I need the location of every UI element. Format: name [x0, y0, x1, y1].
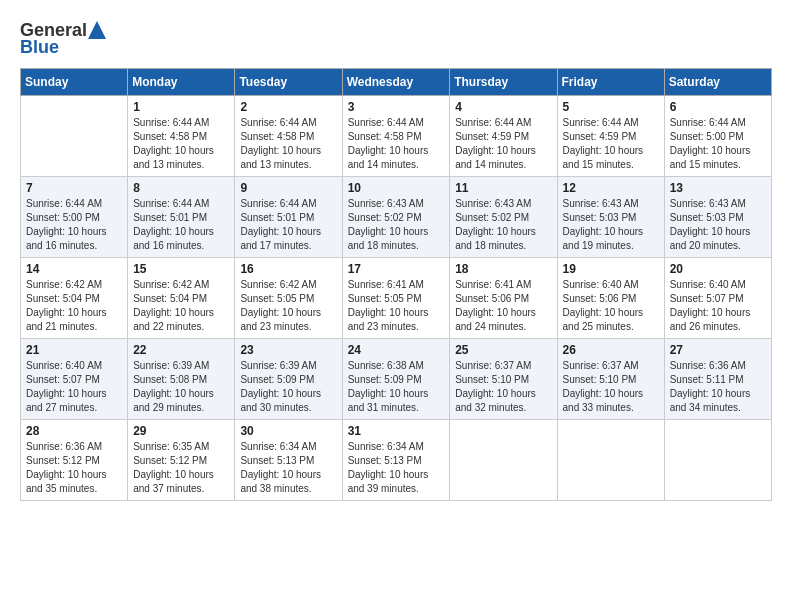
calendar-cell: 8Sunrise: 6:44 AMSunset: 5:01 PMDaylight… — [128, 177, 235, 258]
day-number: 14 — [26, 262, 122, 276]
day-number: 24 — [348, 343, 445, 357]
calendar-cell: 28Sunrise: 6:36 AMSunset: 5:12 PMDayligh… — [21, 420, 128, 501]
day-info: Sunrise: 6:40 AMSunset: 5:07 PMDaylight:… — [26, 359, 122, 415]
day-info: Sunrise: 6:41 AMSunset: 5:05 PMDaylight:… — [348, 278, 445, 334]
day-number: 16 — [240, 262, 336, 276]
calendar-cell: 22Sunrise: 6:39 AMSunset: 5:08 PMDayligh… — [128, 339, 235, 420]
day-info: Sunrise: 6:40 AMSunset: 5:07 PMDaylight:… — [670, 278, 766, 334]
day-info: Sunrise: 6:44 AMSunset: 5:00 PMDaylight:… — [670, 116, 766, 172]
day-info: Sunrise: 6:43 AMSunset: 5:02 PMDaylight:… — [455, 197, 551, 253]
day-number: 17 — [348, 262, 445, 276]
calendar-cell — [664, 420, 771, 501]
day-number: 28 — [26, 424, 122, 438]
day-number: 10 — [348, 181, 445, 195]
header-tuesday: Tuesday — [235, 69, 342, 96]
day-number: 13 — [670, 181, 766, 195]
day-info: Sunrise: 6:34 AMSunset: 5:13 PMDaylight:… — [240, 440, 336, 496]
day-info: Sunrise: 6:41 AMSunset: 5:06 PMDaylight:… — [455, 278, 551, 334]
day-number: 27 — [670, 343, 766, 357]
logo-icon — [88, 21, 106, 41]
calendar-cell: 31Sunrise: 6:34 AMSunset: 5:13 PMDayligh… — [342, 420, 450, 501]
day-number: 9 — [240, 181, 336, 195]
calendar-cell: 3Sunrise: 6:44 AMSunset: 4:58 PMDaylight… — [342, 96, 450, 177]
day-number: 21 — [26, 343, 122, 357]
calendar-cell: 10Sunrise: 6:43 AMSunset: 5:02 PMDayligh… — [342, 177, 450, 258]
day-info: Sunrise: 6:42 AMSunset: 5:04 PMDaylight:… — [133, 278, 229, 334]
day-info: Sunrise: 6:38 AMSunset: 5:09 PMDaylight:… — [348, 359, 445, 415]
day-number: 11 — [455, 181, 551, 195]
day-number: 2 — [240, 100, 336, 114]
day-info: Sunrise: 6:42 AMSunset: 5:05 PMDaylight:… — [240, 278, 336, 334]
day-number: 20 — [670, 262, 766, 276]
calendar-cell: 26Sunrise: 6:37 AMSunset: 5:10 PMDayligh… — [557, 339, 664, 420]
header-friday: Friday — [557, 69, 664, 96]
calendar-header-row: SundayMondayTuesdayWednesdayThursdayFrid… — [21, 69, 772, 96]
calendar-cell: 14Sunrise: 6:42 AMSunset: 5:04 PMDayligh… — [21, 258, 128, 339]
day-info: Sunrise: 6:36 AMSunset: 5:11 PMDaylight:… — [670, 359, 766, 415]
svg-marker-0 — [88, 21, 106, 39]
calendar-cell: 27Sunrise: 6:36 AMSunset: 5:11 PMDayligh… — [664, 339, 771, 420]
calendar-cell: 17Sunrise: 6:41 AMSunset: 5:05 PMDayligh… — [342, 258, 450, 339]
calendar-cell: 20Sunrise: 6:40 AMSunset: 5:07 PMDayligh… — [664, 258, 771, 339]
day-info: Sunrise: 6:44 AMSunset: 4:58 PMDaylight:… — [348, 116, 445, 172]
day-info: Sunrise: 6:40 AMSunset: 5:06 PMDaylight:… — [563, 278, 659, 334]
day-info: Sunrise: 6:43 AMSunset: 5:03 PMDaylight:… — [670, 197, 766, 253]
calendar-week-2: 7Sunrise: 6:44 AMSunset: 5:00 PMDaylight… — [21, 177, 772, 258]
logo-blue-text: Blue — [20, 37, 59, 58]
calendar-cell: 13Sunrise: 6:43 AMSunset: 5:03 PMDayligh… — [664, 177, 771, 258]
day-number: 25 — [455, 343, 551, 357]
calendar-cell: 30Sunrise: 6:34 AMSunset: 5:13 PMDayligh… — [235, 420, 342, 501]
day-info: Sunrise: 6:44 AMSunset: 5:01 PMDaylight:… — [240, 197, 336, 253]
calendar-cell: 5Sunrise: 6:44 AMSunset: 4:59 PMDaylight… — [557, 96, 664, 177]
day-number: 15 — [133, 262, 229, 276]
day-info: Sunrise: 6:44 AMSunset: 4:58 PMDaylight:… — [240, 116, 336, 172]
day-info: Sunrise: 6:35 AMSunset: 5:12 PMDaylight:… — [133, 440, 229, 496]
day-info: Sunrise: 6:39 AMSunset: 5:08 PMDaylight:… — [133, 359, 229, 415]
calendar-week-3: 14Sunrise: 6:42 AMSunset: 5:04 PMDayligh… — [21, 258, 772, 339]
header-thursday: Thursday — [450, 69, 557, 96]
calendar-cell — [557, 420, 664, 501]
day-number: 22 — [133, 343, 229, 357]
calendar-cell: 9Sunrise: 6:44 AMSunset: 5:01 PMDaylight… — [235, 177, 342, 258]
calendar-cell: 12Sunrise: 6:43 AMSunset: 5:03 PMDayligh… — [557, 177, 664, 258]
day-number: 23 — [240, 343, 336, 357]
day-number: 30 — [240, 424, 336, 438]
logo: General Blue — [20, 20, 106, 58]
calendar-cell: 18Sunrise: 6:41 AMSunset: 5:06 PMDayligh… — [450, 258, 557, 339]
calendar-cell: 19Sunrise: 6:40 AMSunset: 5:06 PMDayligh… — [557, 258, 664, 339]
calendar-cell: 25Sunrise: 6:37 AMSunset: 5:10 PMDayligh… — [450, 339, 557, 420]
header-monday: Monday — [128, 69, 235, 96]
day-number: 12 — [563, 181, 659, 195]
calendar-week-1: 1Sunrise: 6:44 AMSunset: 4:58 PMDaylight… — [21, 96, 772, 177]
day-info: Sunrise: 6:37 AMSunset: 5:10 PMDaylight:… — [563, 359, 659, 415]
day-info: Sunrise: 6:44 AMSunset: 4:59 PMDaylight:… — [455, 116, 551, 172]
day-info: Sunrise: 6:39 AMSunset: 5:09 PMDaylight:… — [240, 359, 336, 415]
day-number: 7 — [26, 181, 122, 195]
day-number: 26 — [563, 343, 659, 357]
calendar-week-4: 21Sunrise: 6:40 AMSunset: 5:07 PMDayligh… — [21, 339, 772, 420]
day-info: Sunrise: 6:44 AMSunset: 4:59 PMDaylight:… — [563, 116, 659, 172]
calendar-cell: 15Sunrise: 6:42 AMSunset: 5:04 PMDayligh… — [128, 258, 235, 339]
day-info: Sunrise: 6:34 AMSunset: 5:13 PMDaylight:… — [348, 440, 445, 496]
calendar-cell: 29Sunrise: 6:35 AMSunset: 5:12 PMDayligh… — [128, 420, 235, 501]
day-number: 1 — [133, 100, 229, 114]
calendar-cell: 7Sunrise: 6:44 AMSunset: 5:00 PMDaylight… — [21, 177, 128, 258]
day-info: Sunrise: 6:43 AMSunset: 5:02 PMDaylight:… — [348, 197, 445, 253]
day-info: Sunrise: 6:37 AMSunset: 5:10 PMDaylight:… — [455, 359, 551, 415]
day-number: 5 — [563, 100, 659, 114]
day-info: Sunrise: 6:42 AMSunset: 5:04 PMDaylight:… — [26, 278, 122, 334]
day-info: Sunrise: 6:43 AMSunset: 5:03 PMDaylight:… — [563, 197, 659, 253]
day-number: 4 — [455, 100, 551, 114]
calendar-cell: 23Sunrise: 6:39 AMSunset: 5:09 PMDayligh… — [235, 339, 342, 420]
calendar-cell: 6Sunrise: 6:44 AMSunset: 5:00 PMDaylight… — [664, 96, 771, 177]
calendar-cell: 2Sunrise: 6:44 AMSunset: 4:58 PMDaylight… — [235, 96, 342, 177]
day-number: 3 — [348, 100, 445, 114]
header-sunday: Sunday — [21, 69, 128, 96]
calendar-week-5: 28Sunrise: 6:36 AMSunset: 5:12 PMDayligh… — [21, 420, 772, 501]
day-info: Sunrise: 6:44 AMSunset: 5:01 PMDaylight:… — [133, 197, 229, 253]
calendar-cell: 4Sunrise: 6:44 AMSunset: 4:59 PMDaylight… — [450, 96, 557, 177]
day-number: 31 — [348, 424, 445, 438]
day-number: 8 — [133, 181, 229, 195]
day-info: Sunrise: 6:44 AMSunset: 5:00 PMDaylight:… — [26, 197, 122, 253]
calendar-cell — [450, 420, 557, 501]
